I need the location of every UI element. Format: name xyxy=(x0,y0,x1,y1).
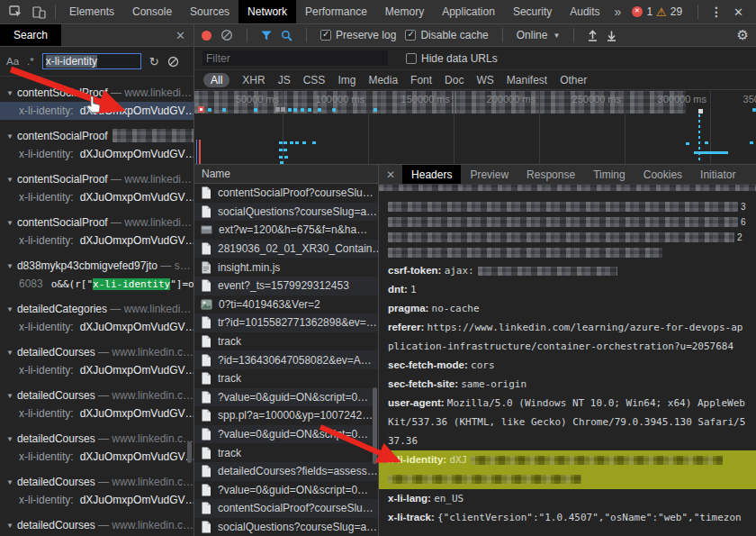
search-match-line[interactable]: x-li-identity:dXJuOmxpOmVudGV… xyxy=(0,318,194,336)
regex-toggle[interactable]: .* xyxy=(27,56,34,67)
table-row[interactable]: event?_ts=1579929312453 xyxy=(194,277,378,295)
record-button[interactable] xyxy=(202,31,212,41)
search-result-file[interactable]: ▼detailedCourses — www.linkedin.c… xyxy=(0,517,194,534)
devtools-close-icon[interactable]: ✕ xyxy=(730,5,752,19)
table-row[interactable]: socialQuestions?courseSlug=a… xyxy=(194,518,378,536)
tab-cookies[interactable]: Cookies xyxy=(634,165,691,184)
search-match-line[interactable]: x-li-identity:dXJuOmxpOmVudGV… xyxy=(0,232,194,250)
tab-console[interactable]: Console xyxy=(123,0,181,23)
type-filter-manifest[interactable]: Manifest xyxy=(507,74,547,86)
type-filter-font[interactable]: Font xyxy=(410,74,432,86)
type-filter-img[interactable]: Img xyxy=(338,74,356,86)
table-row[interactable]: ?value=0&guid=ON&script=0… xyxy=(194,425,378,444)
tab-response[interactable]: Response xyxy=(518,165,584,184)
search-result-file[interactable]: ▼detailedCourses — www.linkedin.c… xyxy=(0,431,194,448)
name-column-header[interactable]: Name xyxy=(194,165,378,184)
hide-data-urls-checkbox[interactable]: Hide data URLs xyxy=(406,52,498,65)
search-result-file[interactable]: ▼d838mykp43cbmigvefed97jto — s… xyxy=(0,258,194,275)
console-badges[interactable]: 1 ⚠ 29 xyxy=(632,5,682,18)
search-match-line[interactable]: x-li-identity:dXJuOmxpOmVudGV… xyxy=(0,188,194,206)
more-tabs-icon[interactable]: » xyxy=(609,5,627,19)
table-row[interactable]: ext?w=1200&h=675&f=n&ha… xyxy=(194,221,378,240)
result-file-url: — www.linkedin.c… xyxy=(95,432,194,445)
network-filter-input[interactable] xyxy=(202,50,388,66)
tab-security[interactable]: Security xyxy=(504,0,561,23)
type-filter-css[interactable]: CSS xyxy=(303,74,326,86)
table-row[interactable]: ?value=0&guid=ON&script=0… xyxy=(194,481,378,500)
type-filter-all[interactable]: All xyxy=(203,73,230,87)
table-row[interactable]: socialQuestions?courseSlug=a… xyxy=(194,203,378,222)
timeline-gridline xyxy=(625,91,626,164)
tab-preview[interactable]: Preview xyxy=(461,165,518,184)
tab-elements[interactable]: Elements xyxy=(60,0,123,23)
import-har-icon[interactable] xyxy=(588,30,598,41)
export-har-icon[interactable] xyxy=(607,30,616,41)
tab-performance[interactable]: Performance xyxy=(296,0,376,23)
search-result-file[interactable]: ▼contentSocialProof — www.linkedi… xyxy=(0,171,194,188)
table-row[interactable]: insight.min.js xyxy=(194,258,378,277)
device-toolbar-icon[interactable] xyxy=(29,4,49,20)
devtools-menu-icon[interactable]: ⋮ xyxy=(703,5,730,19)
search-input[interactable]: x-li-identity xyxy=(42,53,141,69)
preserve-log-checkbox[interactable]: Preserve log xyxy=(320,29,396,41)
tab-memory[interactable]: Memory xyxy=(376,0,433,23)
clear-icon[interactable] xyxy=(220,29,233,41)
search-match-line[interactable]: 6083o&&(r["x-li-identity"]=o) xyxy=(0,275,194,293)
search-panel-close-icon[interactable]: ✕ xyxy=(176,29,185,42)
header-name: x-li-identity: xyxy=(388,454,449,465)
search-result-file[interactable]: ▼detailedCourses — www.linkedin.c… xyxy=(0,344,194,361)
table-row[interactable]: ?value=0&guid=ON&script=0… xyxy=(194,388,378,407)
tab-network[interactable]: Network xyxy=(238,0,296,23)
search-result-file[interactable]: ▼detailedCourses — www.linkedin.c… xyxy=(0,387,194,404)
search-result-file[interactable]: ▼detailedCourses — www.linkedin.c… xyxy=(0,474,194,491)
details-close-icon[interactable]: ✕ xyxy=(379,165,402,184)
table-row[interactable]: track xyxy=(194,369,378,388)
domcontentloaded-line xyxy=(196,140,197,164)
tab-search[interactable]: Search xyxy=(0,24,61,46)
search-match-line[interactable]: x-li-identity:dXJuOmxpOmVudGV… xyxy=(0,145,194,163)
search-result-file[interactable]: ▼detailedCategories — www.linkedi… xyxy=(0,301,194,318)
table-row[interactable]: contentSocialProof?courseSlu… xyxy=(194,184,378,203)
search-result-file[interactable]: ▼contentSocialProof xyxy=(0,128,194,145)
tab-headers[interactable]: Headers xyxy=(402,165,461,184)
tab-timing[interactable]: Timing xyxy=(584,165,634,184)
type-filter-other[interactable]: Other xyxy=(560,74,587,86)
type-filter-js[interactable]: JS xyxy=(278,74,291,86)
table-row[interactable]: ?id=136430647058082&ev=A… xyxy=(194,350,378,369)
search-match-line[interactable]: x-li-identity:dXJuOmxpOmVudGV… xyxy=(0,404,194,422)
requests-scrollbar[interactable] xyxy=(373,387,377,464)
search-icon[interactable] xyxy=(281,30,292,41)
table-row[interactable]: 0?ti=4019463&Ver=2 xyxy=(194,295,378,314)
search-match-line[interactable]: x-li-identity:dXJuOmxpOmVudGV… xyxy=(0,102,194,120)
tab-initiator[interactable]: Initiator xyxy=(691,165,744,184)
search-match-line[interactable]: x-li-identity:dXJuOmxpOmVudGV… xyxy=(0,448,194,466)
table-row[interactable]: tr?id=1015582771362898&ev=… xyxy=(194,313,378,332)
search-result-file[interactable]: ▼contentSocialProof — www.linkedi… xyxy=(0,214,194,232)
overview-track[interactable]: 50000 ms100000 ms150000 ms200000 ms25000… xyxy=(194,91,756,165)
table-row[interactable]: track xyxy=(194,443,378,462)
table-row[interactable]: spp.pl?a=10000&yp=1007242… xyxy=(194,406,378,425)
search-result-file[interactable]: ▼contentSocialProof — www.linkedi… xyxy=(0,85,194,102)
tab-application[interactable]: Application xyxy=(433,0,504,23)
refresh-icon[interactable]: ↻ xyxy=(149,55,159,68)
table-row[interactable]: contentSocialProof?courseSlu… xyxy=(194,499,378,518)
table-row[interactable]: detailedCourses?fields=assess… xyxy=(194,462,378,481)
clear-search-icon[interactable] xyxy=(167,56,179,68)
search-match-line[interactable]: x-li-identity:dXJuOmxpOmVudGV… xyxy=(0,361,194,379)
throttling-dropdown[interactable]: Online ▼ xyxy=(517,29,561,41)
type-filter-media[interactable]: Media xyxy=(368,74,398,86)
tab-audits[interactable]: Audits xyxy=(561,0,608,23)
search-match-line[interactable]: x-li-identity:dXJuOmxpOmVudGV… xyxy=(0,491,194,509)
table-row[interactable]: 2819036_02_01_XR30_Contain… xyxy=(194,240,378,259)
type-filter-doc[interactable]: Doc xyxy=(445,74,464,86)
type-filter-xhr[interactable]: XHR xyxy=(242,74,265,86)
gear-icon[interactable]: ⚙ xyxy=(737,27,749,43)
search-results-scrollbar[interactable] xyxy=(187,441,192,463)
filter-funnel-icon[interactable] xyxy=(261,31,272,41)
type-filter-ws[interactable]: WS xyxy=(476,74,493,86)
inspect-element-icon[interactable] xyxy=(5,4,25,20)
disable-cache-checkbox[interactable]: Disable cache xyxy=(405,29,488,41)
tab-sources[interactable]: Sources xyxy=(181,0,238,23)
match-case-toggle[interactable]: Aa xyxy=(6,56,19,67)
table-row[interactable]: track xyxy=(194,332,378,351)
